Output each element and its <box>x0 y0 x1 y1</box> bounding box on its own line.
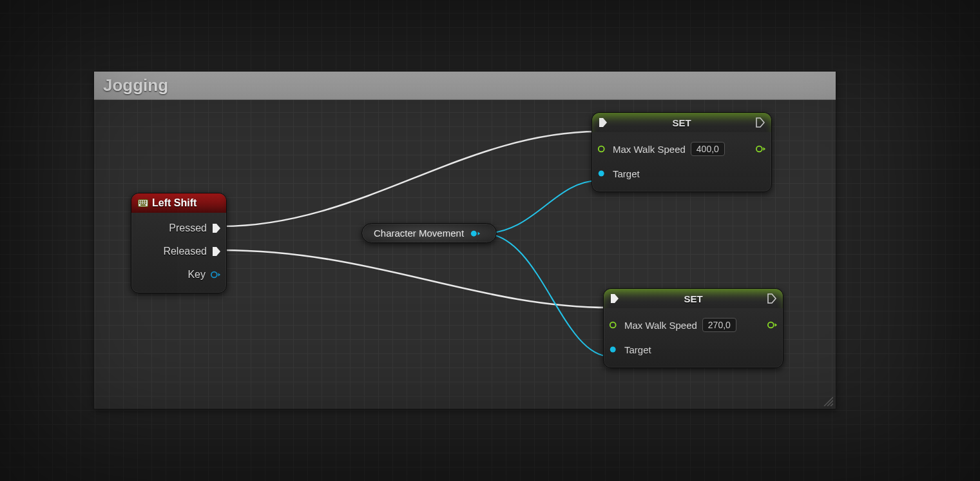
comment-header[interactable]: Jogging <box>94 72 836 100</box>
node-title: SET <box>604 293 783 304</box>
pin-label: Target <box>613 168 640 179</box>
object-in-icon <box>597 169 608 178</box>
svg-rect-3 <box>143 201 144 202</box>
resize-grip-icon[interactable] <box>821 395 833 406</box>
pin-pressed[interactable]: Pressed <box>137 217 221 240</box>
float-in-icon <box>609 320 619 329</box>
float-out-icon[interactable] <box>767 320 778 329</box>
node-input-left-shift[interactable]: Left Shift Pressed Released Key <box>131 193 227 293</box>
keyboard-icon <box>138 199 148 207</box>
svg-rect-5 <box>139 202 140 204</box>
data-out-icon <box>470 229 481 238</box>
svg-rect-4 <box>145 201 146 202</box>
svg-rect-2 <box>141 201 142 202</box>
pin-target[interactable]: Target <box>609 338 778 361</box>
node-variable-character-movement[interactable]: Character Movement <box>361 223 497 243</box>
pin-label: Max Walk Speed <box>613 144 686 155</box>
svg-point-11 <box>471 231 477 237</box>
node-header[interactable]: SET <box>604 289 783 308</box>
svg-rect-8 <box>145 202 146 204</box>
exec-in-icon[interactable] <box>599 117 608 128</box>
svg-point-10 <box>211 272 217 278</box>
svg-point-15 <box>610 322 616 328</box>
pin-label: Pressed <box>169 222 207 234</box>
comment-title: Jogging <box>103 75 168 95</box>
value-input[interactable]: 270,0 <box>702 318 736 332</box>
exec-out-icon <box>212 223 221 233</box>
svg-rect-7 <box>143 202 144 204</box>
exec-out-icon[interactable] <box>767 293 776 304</box>
value-input[interactable]: 400,0 <box>691 142 725 156</box>
float-out-icon[interactable] <box>756 144 766 153</box>
float-in-icon <box>597 144 608 153</box>
object-in-icon <box>609 345 619 354</box>
pin-label: Released <box>163 246 207 257</box>
pin-label: Target <box>624 344 651 355</box>
svg-rect-6 <box>141 202 142 204</box>
svg-point-12 <box>599 146 604 152</box>
svg-rect-1 <box>139 201 140 202</box>
exec-out-icon <box>212 246 221 257</box>
exec-out-icon[interactable] <box>756 117 765 128</box>
svg-rect-9 <box>140 204 146 206</box>
data-out-icon <box>211 270 221 279</box>
node-title: Left Shift <box>152 197 197 209</box>
node-set-max-walk-speed-released[interactable]: SET Max Walk Speed 270,0 Target <box>603 288 783 368</box>
svg-point-17 <box>610 347 616 353</box>
pin-released[interactable]: Released <box>137 240 221 263</box>
pin-target[interactable]: Target <box>597 162 766 185</box>
pin-max-walk-speed[interactable]: Max Walk Speed 400,0 <box>597 137 725 161</box>
pin-key[interactable]: Key <box>137 263 221 286</box>
svg-point-16 <box>768 322 774 328</box>
svg-point-13 <box>756 146 762 152</box>
exec-in-icon[interactable] <box>610 293 619 304</box>
node-title: SET <box>592 117 771 128</box>
node-header[interactable]: SET <box>592 113 771 132</box>
node-set-max-walk-speed-pressed[interactable]: SET Max Walk Speed 400,0 Target <box>591 112 772 192</box>
variable-label: Character Movement <box>374 228 464 239</box>
node-header[interactable]: Left Shift <box>131 193 226 213</box>
svg-point-14 <box>599 171 604 177</box>
pin-max-walk-speed[interactable]: Max Walk Speed 270,0 <box>609 313 736 337</box>
pin-label: Key <box>187 269 206 280</box>
pin-label: Max Walk Speed <box>624 320 697 331</box>
